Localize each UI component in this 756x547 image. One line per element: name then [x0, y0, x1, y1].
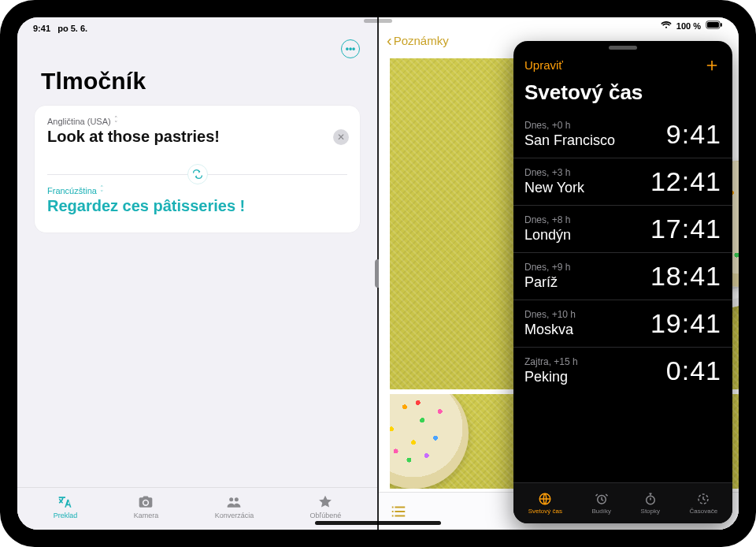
clock-offset: Dnes, +8 h: [524, 214, 571, 225]
status-date: po 5. 6.: [57, 24, 87, 33]
clock-offset: Dnes, +10 h: [524, 309, 576, 320]
add-city-button[interactable]: ＋: [702, 55, 721, 74]
ipad-device-frame: 9:41 po 5. 6. 100 % ••• Tlm: [0, 0, 756, 547]
swap-languages-button[interactable]: [187, 164, 208, 184]
clock-city: San Francisco: [524, 131, 615, 149]
clock-city: Londýn: [524, 225, 571, 244]
clock-city: Moskva: [524, 320, 576, 338]
tab-label: Preklad: [54, 512, 78, 519]
camera-icon: [137, 494, 154, 510]
world-clock-row[interactable]: Dnes, +9 h Paríž 18:41: [513, 252, 732, 300]
battery-icon: [706, 20, 723, 31]
clock-app-slideover[interactable]: Upraviť ＋ Svetový čas Dnes, +0 h San Fra…: [513, 41, 732, 523]
status-bar-right: 100 %: [661, 20, 723, 31]
tab-label: Kamera: [134, 512, 159, 519]
target-language-label: Francúzština: [47, 186, 97, 195]
chevron-up-down-icon: ˄˅: [100, 186, 104, 195]
source-text[interactable]: Look at those pastries!: [47, 126, 347, 146]
clock-tabbar: Svetový čas Budíky Stopky: [513, 482, 732, 523]
svg-rect-1: [707, 22, 719, 28]
tab-world-clock[interactable]: Svetový čas: [528, 492, 562, 515]
status-time-date: 9:41 po 5. 6.: [33, 24, 87, 33]
clock-time: 19:41: [650, 308, 721, 339]
stopwatch-icon: [643, 492, 658, 506]
clock-time: 18:41: [650, 261, 721, 292]
swap-icon: [191, 168, 204, 180]
globe-icon: [537, 492, 553, 506]
chevron-up-down-icon: ˄˅: [114, 117, 118, 126]
home-indicator[interactable]: [315, 521, 441, 525]
more-options-button[interactable]: •••: [341, 39, 360, 58]
battery-percent: 100 %: [676, 21, 701, 31]
clock-city: New York: [524, 178, 584, 196]
clock-time: 0:41: [666, 355, 721, 386]
page-title: Tlmočník: [17, 58, 377, 106]
slideover-grabber[interactable]: [609, 46, 637, 50]
multitask-pill-left[interactable]: [364, 19, 392, 23]
world-clock-row[interactable]: Dnes, +8 h Londýn 17:41: [513, 205, 732, 252]
tab-label: Časovače: [690, 508, 718, 515]
clock-offset: Dnes, +3 h: [524, 167, 584, 178]
tab-label: Svetový čas: [528, 508, 562, 515]
ellipsis-icon: •••: [346, 43, 356, 54]
tab-alarm[interactable]: Budíky: [592, 492, 611, 515]
world-clock-row[interactable]: Dnes, +10 h Moskva 19:41: [513, 300, 732, 347]
translate-icon: [57, 494, 74, 510]
checklist-icon[interactable]: [390, 503, 407, 520]
tab-oblubene[interactable]: Obľúbené: [310, 494, 342, 519]
language-divider: [47, 174, 347, 175]
tab-label: Konverzácia: [215, 512, 254, 519]
clock-title: Svetový čas: [513, 74, 732, 111]
screen: 9:41 po 5. 6. 100 % ••• Tlm: [17, 17, 739, 530]
translation-card: Angličtina (USA) ˄˅ Look at those pastri…: [35, 106, 360, 233]
tab-stopwatch[interactable]: Stopky: [641, 492, 660, 515]
world-clock-row[interactable]: Dnes, +0 h San Francisco 9:41: [513, 111, 732, 158]
tab-label: Stopky: [641, 508, 660, 515]
wifi-icon: [661, 21, 672, 31]
svg-rect-2: [721, 23, 722, 27]
target-text: Regardez ces pâtisseries !: [47, 195, 347, 215]
clear-text-button[interactable]: ✕: [333, 129, 349, 145]
clock-city: Peking: [524, 367, 578, 385]
tab-label: Obľúbené: [310, 512, 342, 519]
translator-app: ••• Tlmočník Angličtina (USA) ˄˅ Look at…: [17, 17, 377, 530]
star-icon: [317, 494, 334, 510]
notes-app: ‹ Poznámky: [379, 17, 739, 530]
alarm-icon: [594, 492, 610, 506]
tab-label: Budíky: [592, 508, 611, 515]
tab-kamera[interactable]: Kamera: [134, 494, 159, 519]
edit-button[interactable]: Upraviť: [524, 58, 563, 72]
plus-icon: ＋: [702, 54, 721, 75]
tab-preklad[interactable]: Preklad: [54, 494, 78, 519]
clock-offset: Dnes, +9 h: [524, 262, 570, 273]
tab-timer[interactable]: Časovače: [690, 492, 718, 515]
source-language-label: Angličtina (USA): [47, 117, 111, 126]
clock-city: Paríž: [524, 273, 570, 291]
world-clock-row[interactable]: Dnes, +3 h New York 12:41: [513, 158, 732, 205]
world-clock-row[interactable]: Zajtra, +15 h Peking 0:41: [513, 347, 732, 394]
xmark-icon: ✕: [337, 132, 345, 143]
clock-offset: Zajtra, +15 h: [524, 356, 578, 367]
clock-time: 17:41: [650, 214, 721, 244]
source-language-picker[interactable]: Angličtina (USA) ˄˅: [47, 117, 347, 126]
world-clock-list[interactable]: Dnes, +0 h San Francisco 9:41 Dnes, +3 h…: [513, 111, 732, 482]
status-time: 9:41: [33, 24, 50, 33]
tab-konverzacia[interactable]: Konverzácia: [215, 494, 254, 519]
clock-time: 12:41: [650, 166, 721, 197]
people-icon: [225, 494, 243, 510]
clock-offset: Dnes, +0 h: [524, 120, 615, 131]
clock-time: 9:41: [666, 119, 721, 150]
timer-icon: [695, 492, 711, 506]
